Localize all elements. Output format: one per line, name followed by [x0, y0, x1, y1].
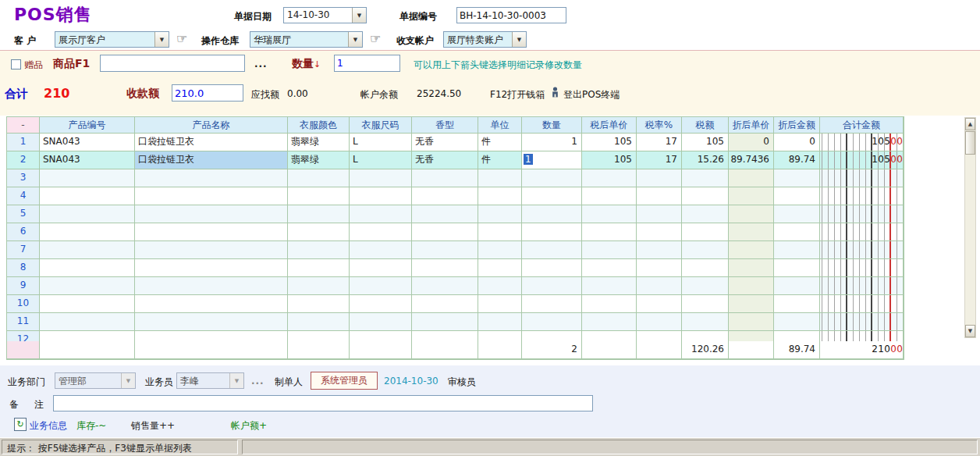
warehouse-lookup-hand-icon[interactable]: ☞: [370, 33, 381, 45]
cell-no[interactable]: 11: [7, 313, 40, 331]
cell-disc_amount[interactable]: [774, 169, 820, 187]
cell-disc_amount[interactable]: [774, 331, 820, 341]
chevron-down-icon[interactable]: ▼: [512, 32, 526, 47]
cell-qty[interactable]: [522, 205, 582, 223]
cell-unit[interactable]: [478, 223, 522, 241]
cell-amount[interactable]: [820, 331, 904, 341]
cell-disc_price[interactable]: [729, 187, 774, 205]
cell-price[interactable]: [582, 295, 637, 313]
cell-code[interactable]: [40, 313, 135, 331]
cell-disc_price[interactable]: [729, 259, 774, 277]
cell-code[interactable]: [40, 169, 135, 187]
cell-tax[interactable]: [682, 205, 729, 223]
cell-amount[interactable]: 10500: [820, 151, 904, 169]
received-input[interactable]: [172, 84, 243, 102]
cell-no[interactable]: 10: [7, 295, 40, 313]
cell-amount[interactable]: [820, 295, 904, 313]
cell-price[interactable]: [582, 241, 637, 259]
cell-no[interactable]: 5: [7, 205, 40, 223]
cell-disc_amount[interactable]: [774, 187, 820, 205]
cell-price[interactable]: [582, 187, 637, 205]
cell-name[interactable]: [135, 223, 288, 241]
cell-taxrate[interactable]: 17: [637, 151, 682, 169]
cell-price[interactable]: [582, 331, 637, 341]
cell-disc_amount[interactable]: [774, 259, 820, 277]
cell-scent[interactable]: 无香: [412, 134, 478, 151]
cell-disc_price[interactable]: 89.7436: [729, 151, 774, 169]
cell-disc_amount[interactable]: [774, 241, 820, 259]
cell-qty[interactable]: 1: [522, 134, 582, 151]
cell-qty[interactable]: [522, 331, 582, 341]
cell-name[interactable]: [135, 241, 288, 259]
cell-price[interactable]: [582, 223, 637, 241]
customer-combobox[interactable]: 展示厅客户 ▼: [55, 31, 169, 48]
cell-no[interactable]: 4: [7, 187, 40, 205]
cell-no[interactable]: 1: [7, 134, 40, 151]
cell-tax[interactable]: [682, 187, 729, 205]
cell-taxrate[interactable]: [637, 187, 682, 205]
chevron-down-icon[interactable]: ▼: [348, 32, 362, 47]
qty-cell-editor[interactable]: 1: [524, 154, 533, 165]
cell-color[interactable]: [288, 223, 350, 241]
doc-date-combobox[interactable]: 14-10-30 ▼: [283, 7, 367, 23]
cell-tax[interactable]: 15.26: [682, 151, 729, 169]
cell-no[interactable]: 2: [7, 151, 40, 169]
cell-scent[interactable]: [412, 169, 478, 187]
cell-size[interactable]: [350, 187, 412, 205]
product-more-button[interactable]: ...: [254, 59, 268, 69]
scroll-up-icon[interactable]: ▲: [965, 118, 975, 130]
cell-tax[interactable]: [682, 259, 729, 277]
refresh-bizinfo-icon[interactable]: ↻: [14, 418, 27, 431]
cell-size[interactable]: L: [350, 134, 412, 151]
cell-no[interactable]: 3: [7, 169, 40, 187]
cell-disc_amount[interactable]: [774, 223, 820, 241]
cell-amount[interactable]: [820, 205, 904, 223]
cell-size[interactable]: [350, 277, 412, 295]
cell-taxrate[interactable]: [637, 331, 682, 341]
cell-unit[interactable]: [478, 259, 522, 277]
cell-no[interactable]: 7: [7, 241, 40, 259]
cell-disc_amount[interactable]: [774, 295, 820, 313]
cell-name[interactable]: [135, 187, 288, 205]
cell-no[interactable]: 8: [7, 259, 40, 277]
cell-disc_price[interactable]: [729, 313, 774, 331]
cell-code[interactable]: SNA043: [40, 134, 135, 151]
cell-qty[interactable]: [522, 169, 582, 187]
cell-amount[interactable]: [820, 169, 904, 187]
cell-scent[interactable]: [412, 259, 478, 277]
cell-size[interactable]: [350, 205, 412, 223]
cell-no[interactable]: 12: [7, 331, 40, 341]
cell-amount[interactable]: [820, 259, 904, 277]
cell-qty[interactable]: [522, 241, 582, 259]
logout-person-icon[interactable]: [551, 87, 559, 98]
cell-disc_price[interactable]: [729, 277, 774, 295]
cell-color[interactable]: [288, 169, 350, 187]
cell-scent[interactable]: [412, 241, 478, 259]
cell-name[interactable]: [135, 259, 288, 277]
cell-disc_amount[interactable]: [774, 277, 820, 295]
cell-disc_price[interactable]: 0: [729, 134, 774, 151]
cell-taxrate[interactable]: [637, 277, 682, 295]
cell-tax[interactable]: [682, 295, 729, 313]
cell-taxrate[interactable]: [637, 241, 682, 259]
cell-size[interactable]: [350, 313, 412, 331]
cell-disc_amount[interactable]: 89.74: [774, 151, 820, 169]
cell-price[interactable]: [582, 277, 637, 295]
cell-disc_amount[interactable]: [774, 205, 820, 223]
logout-button[interactable]: 登出POS终端: [563, 88, 620, 102]
cell-color[interactable]: [288, 277, 350, 295]
cell-scent[interactable]: [412, 331, 478, 341]
cell-no[interactable]: 9: [7, 277, 40, 295]
cell-taxrate[interactable]: [637, 295, 682, 313]
cell-name[interactable]: 口袋拉链卫衣: [135, 151, 288, 169]
cell-amount[interactable]: [820, 223, 904, 241]
cell-disc_amount[interactable]: [774, 313, 820, 331]
cell-tax[interactable]: [682, 241, 729, 259]
cell-tax[interactable]: [682, 223, 729, 241]
warehouse-combobox[interactable]: 华瑞展厅 ▼: [250, 31, 363, 48]
cell-disc_price[interactable]: [729, 223, 774, 241]
salesman-more-button[interactable]: ...: [251, 376, 265, 387]
cell-tax[interactable]: 105: [682, 134, 729, 151]
cell-color[interactable]: [288, 205, 350, 223]
cell-price[interactable]: 105: [582, 151, 637, 169]
